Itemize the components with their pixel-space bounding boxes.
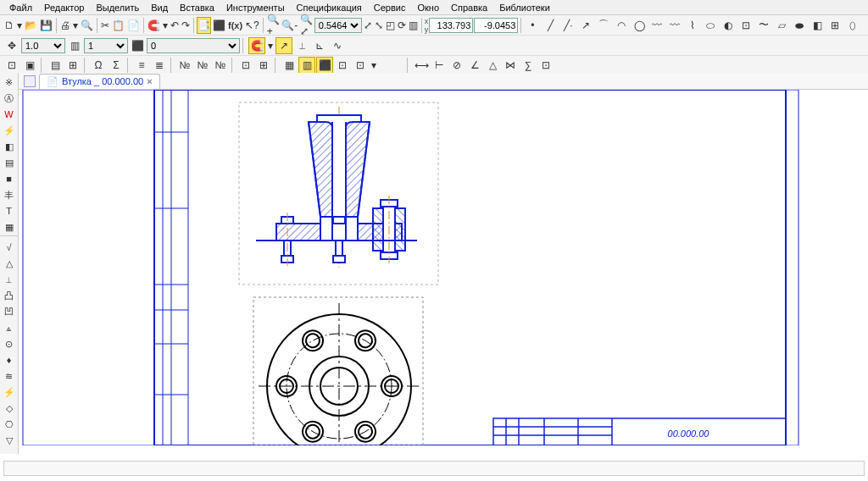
menu-insert[interactable]: Вставка: [174, 1, 220, 14]
menu-window[interactable]: Окно: [411, 1, 445, 14]
hatch-tool[interactable]: ◧: [809, 17, 826, 34]
copy-button[interactable]: 📋: [111, 17, 125, 34]
paste-button[interactable]: 📄: [126, 17, 141, 34]
rect-tool[interactable]: ⊡: [737, 17, 754, 34]
equi-tool[interactable]: ⌇: [862, 17, 868, 34]
lt-12[interactable]: ⟂: [2, 272, 17, 287]
tool-a[interactable]: ⊡: [3, 57, 20, 74]
point-tool[interactable]: •: [524, 17, 541, 34]
tool-m-dd[interactable]: ▾: [370, 57, 378, 74]
style-select[interactable]: 0: [147, 38, 240, 53]
zoom-out-button[interactable]: 🔍-: [281, 17, 298, 34]
redraw-button[interactable]: ▥: [408, 17, 419, 34]
tool-i[interactable]: ▦: [281, 57, 298, 74]
step-select[interactable]: 1.0: [21, 38, 65, 53]
lt-1[interactable]: Ⓐ: [2, 91, 17, 106]
lt-4[interactable]: ◧: [2, 139, 17, 154]
lt-11[interactable]: △: [2, 256, 17, 271]
lt-0[interactable]: ※: [2, 75, 17, 90]
menu-view[interactable]: Вид: [145, 1, 174, 14]
dim-lin-button[interactable]: ⟷: [413, 57, 430, 74]
lt-2[interactable]: W: [2, 107, 17, 122]
round-button[interactable]: ∿: [329, 37, 346, 54]
lt-21[interactable]: ⎔: [2, 417, 17, 432]
coord-y-input[interactable]: [474, 18, 518, 33]
variables-button[interactable]: ⬛: [212, 17, 226, 34]
ortho-button[interactable]: ↗: [275, 37, 292, 54]
circle-tool[interactable]: ◯: [631, 17, 648, 34]
contour-tool[interactable]: ⬯: [844, 17, 861, 34]
print-dropdown[interactable]: ▾: [72, 17, 79, 34]
arc2-tool[interactable]: ◠: [613, 17, 630, 34]
lt-19[interactable]: ⚡: [2, 384, 17, 400]
fill-tool[interactable]: ⊞: [826, 17, 843, 34]
line-arrow-tool[interactable]: ↗: [577, 17, 594, 34]
open-button[interactable]: 📂: [24, 17, 38, 34]
new-doc-dropdown[interactable]: ▾: [16, 17, 23, 34]
lt-8[interactable]: T: [2, 203, 17, 218]
ellipse-tool[interactable]: ⬭: [702, 17, 719, 34]
zoom-window-button[interactable]: 🔍⤢: [299, 17, 314, 34]
dim-tbl-button[interactable]: ⊡: [537, 57, 554, 74]
print-button[interactable]: 🖨: [59, 17, 71, 34]
spline-tool[interactable]: 〰: [648, 17, 665, 34]
undo-button[interactable]: ↶: [170, 17, 180, 34]
snap-button[interactable]: 🧲: [248, 37, 265, 54]
lt-5[interactable]: ▤: [2, 155, 17, 170]
menu-select[interactable]: Выделить: [90, 1, 145, 14]
layers-button[interactable]: ▥: [66, 37, 83, 54]
region-tool[interactable]: ⬬: [791, 17, 808, 34]
tool-f[interactable]: ≣: [151, 57, 168, 74]
num3-button[interactable]: №: [212, 57, 229, 74]
lt-7[interactable]: 丰: [2, 187, 17, 202]
menu-tools[interactable]: Инструменты: [220, 1, 291, 14]
tool-l[interactable]: ⊡: [334, 57, 351, 74]
segment-tool[interactable]: ╱·: [559, 17, 576, 34]
tool-k[interactable]: ⬛: [316, 57, 333, 74]
command-bar[interactable]: [3, 461, 865, 476]
menu-editor[interactable]: Редактор: [38, 1, 90, 14]
coord-x-input[interactable]: [429, 18, 473, 33]
dim-tri-button[interactable]: △: [484, 57, 501, 74]
tool-j[interactable]: ▥: [298, 57, 315, 74]
pan-button[interactable]: ◰: [385, 17, 396, 34]
save-button[interactable]: 💾: [39, 17, 53, 34]
lt-3[interactable]: ⚡: [2, 123, 17, 138]
num1-button[interactable]: №: [176, 57, 193, 74]
style-icon[interactable]: ⬛: [129, 37, 146, 54]
drawing-canvas[interactable]: 00.000.00: [19, 90, 868, 445]
lt-6[interactable]: ■: [2, 171, 17, 186]
tool-b[interactable]: ▣: [21, 57, 38, 74]
perp-button[interactable]: ⟂: [293, 37, 310, 54]
dim-dia-button[interactable]: ⊘: [448, 57, 465, 74]
zoom-prev-button[interactable]: ⤡: [374, 17, 384, 34]
lt-20[interactable]: ◇: [2, 401, 17, 416]
tool-c[interactable]: ▤: [47, 57, 64, 74]
layer-select[interactable]: 1: [84, 38, 128, 53]
aux-line-tool[interactable]: ╱: [542, 17, 559, 34]
lt-18[interactable]: ≋: [2, 368, 17, 384]
menu-libs[interactable]: Библиотеки: [493, 1, 556, 14]
menu-spec[interactable]: Спецификация: [291, 1, 368, 14]
properties-button[interactable]: 🧲: [147, 17, 161, 34]
dim-sum-button[interactable]: ∑: [520, 57, 537, 74]
menu-help[interactable]: Справка: [445, 1, 493, 14]
tool-e[interactable]: ≡: [133, 57, 150, 74]
preview-button[interactable]: 🔍: [80, 17, 94, 34]
doc-tab-close[interactable]: ×: [147, 76, 152, 86]
lt-22[interactable]: ▽: [2, 433, 17, 448]
menu-service[interactable]: Сервис: [368, 1, 412, 14]
fx-button[interactable]: f(x): [227, 17, 243, 34]
tab-list-icon[interactable]: [24, 75, 36, 87]
cut-button[interactable]: ✂: [100, 17, 110, 34]
angle-snap-button[interactable]: ⊾: [311, 37, 328, 54]
zoom-fit-button[interactable]: ⤢: [363, 17, 373, 34]
refresh-button[interactable]: ⟳: [397, 17, 407, 34]
lt-15[interactable]: ⟁: [2, 320, 17, 335]
sigma-button[interactable]: Σ: [108, 57, 125, 74]
tool-g[interactable]: ⊡: [237, 57, 254, 74]
lt-10[interactable]: √: [2, 240, 17, 255]
properties-dropdown[interactable]: ▾: [162, 17, 169, 34]
dim-base-button[interactable]: ⊢: [431, 57, 448, 74]
menu-file[interactable]: Файл: [3, 1, 38, 14]
